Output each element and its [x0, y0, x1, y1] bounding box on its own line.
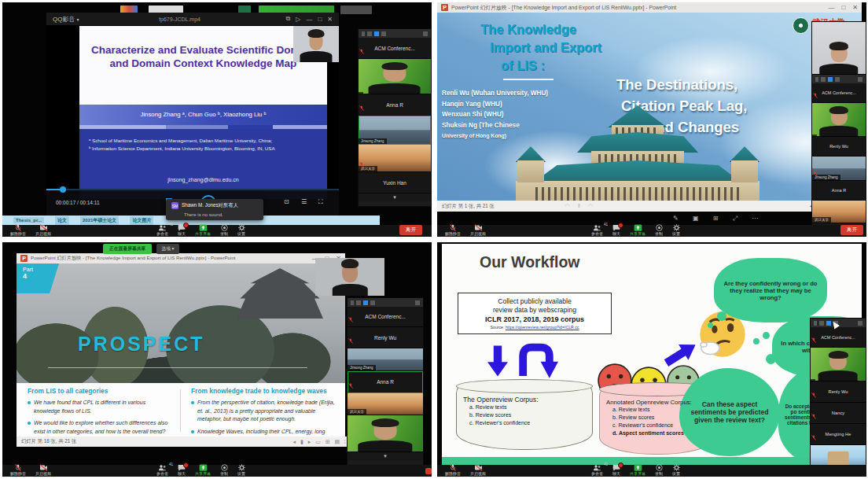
record-button[interactable]: 录制: [650, 223, 668, 237]
minimize-icon[interactable]: —: [828, 4, 834, 11]
snapshot-icon[interactable]: ⧉: [286, 15, 291, 23]
annotation-toolbar[interactable]: ✎ ▣ ⊞ ⤢ ⋯: [673, 215, 764, 223]
speaker-view-icon[interactable]: [819, 321, 824, 326]
desktop-file[interactable]: Thesis_pr...: [13, 217, 44, 223]
participant-tile[interactable]: 武汉大学: [348, 393, 423, 415]
grid-view-icon[interactable]: [381, 31, 386, 36]
participant-tile[interactable]: ACM Conferenc...: [348, 307, 423, 327]
fullscreen-icon[interactable]: ⛶: [318, 198, 323, 206]
participant-tile[interactable]: Renly Wu: [348, 327, 423, 348]
share-options-button[interactable]: 选项 ▾: [156, 244, 178, 254]
qq-app-name[interactable]: QQ影音: [53, 15, 75, 24]
chat-button[interactable]: 聊天: [173, 463, 190, 477]
leave-meeting-button[interactable]: 离开: [399, 225, 422, 235]
participants-button[interactable]: 41 参会者: [152, 223, 173, 237]
gallery-view-icon[interactable]: [363, 300, 368, 305]
pop-out-icon[interactable]: [858, 321, 862, 326]
grid-view-icon[interactable]: [835, 77, 840, 82]
participant-video[interactable]: [811, 348, 866, 381]
maximize-icon[interactable]: □: [318, 16, 322, 23]
slideshow-pointer-controls[interactable]: ◠ ‖ ◠: [565, 203, 596, 209]
chat-button[interactable]: 聊天: [173, 223, 190, 237]
leave-meeting-button[interactable]: [425, 468, 432, 474]
seek-bar[interactable]: [46, 189, 339, 190]
settings-button[interactable]: 设置: [668, 223, 685, 237]
participant-tile[interactable]: Yuxin Han: [359, 172, 431, 193]
settings-button[interactable]: 设置: [668, 463, 685, 477]
participant-tile[interactable]: Mengting He: [811, 424, 866, 445]
record-button[interactable]: 录制: [650, 463, 668, 477]
leave-meeting-button[interactable]: 离开: [840, 225, 863, 235]
scroll-down-chevron[interactable]: ▾: [348, 452, 423, 460]
source-link[interactable]: https://openreview.net/group?id=ICLR.cc: [506, 325, 579, 330]
chat-button[interactable]: 聊天: [608, 223, 625, 237]
speaker-view-icon[interactable]: [356, 300, 361, 305]
record-button[interactable]: 录制: [215, 463, 233, 477]
participant-tile[interactable]: Anna R: [812, 181, 866, 201]
desktop-file[interactable]: 论文: [55, 216, 69, 225]
participant-tile[interactable]: 武汉大学: [359, 145, 431, 172]
start-video-button[interactable]: 开启视频: [31, 463, 56, 477]
speaker-video[interactable]: [812, 22, 866, 75]
share-screen-button[interactable]: 共享屏幕: [625, 463, 650, 477]
collapse-icon[interactable]: [814, 321, 817, 326]
play-control-icon[interactable]: ▷: [296, 16, 300, 23]
minimize-icon[interactable]: —: [306, 16, 312, 23]
participant-tile[interactable]: Renly Wu: [812, 137, 866, 157]
participant-tile[interactable]: ACM Conferenc...: [359, 38, 431, 59]
share-screen-button[interactable]: 共享屏幕: [190, 463, 215, 477]
participants-button[interactable]: 41 参会者: [587, 223, 608, 237]
close-icon[interactable]: ✕: [327, 16, 333, 23]
unmute-button[interactable]: 解除静音: [440, 223, 465, 237]
participant-tile[interactable]: Nancy: [811, 403, 866, 424]
close-icon[interactable]: ✕: [852, 4, 858, 11]
scroll-down-chevron[interactable]: ▾: [359, 193, 431, 201]
pop-out-icon[interactable]: [858, 77, 862, 82]
participant-tile[interactable]: ACM Conferenc...: [811, 327, 866, 348]
settings-button[interactable]: 设置: [233, 223, 250, 237]
grid-view-icon[interactable]: [370, 300, 375, 305]
participant-tile[interactable]: Renly Wu: [811, 381, 866, 403]
participant-video[interactable]: [812, 103, 866, 137]
participant-tile[interactable]: Jinsong Zhang: [348, 348, 423, 371]
seek-handle[interactable]: [60, 186, 66, 193]
start-video-button[interactable]: 开启视频: [465, 463, 491, 477]
collapse-icon[interactable]: [351, 300, 354, 305]
speaker-view-icon[interactable]: [821, 77, 826, 82]
desktop-file[interactable]: 论文图片: [130, 216, 153, 225]
slideshow-view-controls[interactable]: ◂ ▮ ▸ ▭ ⊞ ▤ ⛶: [292, 439, 350, 445]
pop-out-icon[interactable]: [415, 300, 420, 305]
maximize-icon[interactable]: □: [841, 4, 845, 11]
gallery-view-icon[interactable]: [374, 31, 379, 36]
chat-toast[interactable]: SMShawn M. Jones对所有人 There is no sound.: [166, 199, 263, 220]
participant-tile[interactable]: Jinsong Zhang: [812, 157, 866, 181]
participant-tile[interactable]: Anna R: [359, 94, 431, 116]
desktop-file[interactable]: 2021年硕士论文: [80, 216, 119, 225]
participants-button[interactable]: 41 参会者: [587, 463, 608, 477]
speaker-view-icon[interactable]: [367, 31, 372, 36]
start-video-button[interactable]: 开启视频: [465, 223, 491, 237]
participants-button[interactable]: 41 参会者: [152, 463, 173, 477]
settings-button[interactable]: 设置: [233, 463, 250, 477]
unmute-button[interactable]: 解除静音: [6, 223, 31, 237]
start-video-button[interactable]: 开启视频: [31, 223, 56, 237]
chat-button[interactable]: 聊天: [608, 463, 625, 477]
gallery-view-icon[interactable]: [828, 77, 833, 82]
playlist-icon[interactable]: ☰: [301, 198, 307, 205]
participant-tile[interactable]: ACM Conferenc...: [812, 83, 866, 103]
share-screen-button[interactable]: 共享屏幕: [625, 223, 650, 237]
pop-out-icon[interactable]: [423, 31, 428, 36]
presenter-webcam[interactable]: [315, 258, 384, 296]
collapse-icon[interactable]: [815, 77, 818, 82]
share-screen-button[interactable]: 共享屏幕: [190, 223, 215, 237]
participant-tile-active-speaker[interactable]: Anna R: [348, 371, 423, 393]
participant-video[interactable]: [359, 59, 431, 94]
participant-tile-active-speaker[interactable]: Jinsong Zhang: [359, 116, 431, 145]
record-button[interactable]: 录制: [215, 223, 233, 237]
subtitle-icon[interactable]: ⊡: [284, 198, 289, 205]
participant-tile[interactable]: 武汉大学: [812, 201, 866, 223]
share-options-chip[interactable]: [340, 6, 372, 14]
collapse-icon[interactable]: [362, 31, 365, 36]
unmute-button[interactable]: 解除静音: [6, 463, 31, 477]
unmute-button[interactable]: 解除静音: [440, 463, 465, 477]
